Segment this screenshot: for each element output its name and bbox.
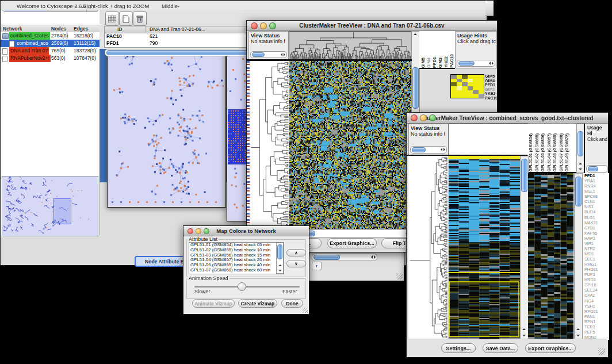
gene-label[interactable]: GPI16	[584, 282, 609, 288]
gene-label[interactable]: SEC24	[584, 288, 609, 293]
export-graphics-button[interactable]: Export Graphics...	[327, 238, 377, 248]
view-status-hscrollbar[interactable]	[410, 146, 447, 154]
speed-slider-track[interactable]	[194, 286, 300, 288]
gene-label[interactable]: NTR2	[584, 246, 609, 251]
treeview2-heatmap[interactable]	[449, 156, 520, 339]
move-down-button[interactable]: ∨	[286, 260, 306, 267]
attribute-list-vscrollbar[interactable]	[276, 243, 284, 274]
zoom-window-icon[interactable]	[429, 114, 436, 121]
settings-button[interactable]: Settings...	[441, 343, 476, 353]
scroll-left-icon[interactable]	[281, 53, 282, 56]
gene-label[interactable]: HRD3	[584, 277, 609, 282]
scroll-up-icon[interactable]	[522, 328, 526, 330]
scrollbar-thumb[interactable]	[588, 166, 598, 171]
minimize-icon[interactable]	[260, 22, 267, 29]
fragment-button[interactable]: r	[312, 262, 322, 270]
scroll-up-icon[interactable]	[414, 33, 417, 35]
close-icon[interactable]	[251, 22, 258, 29]
scroll-down-icon[interactable]	[576, 335, 580, 336]
gene-label[interactable]: SEC1	[584, 256, 609, 262]
scroll-up-icon[interactable]	[576, 328, 580, 330]
dialog-titlebar[interactable]: Map Colors to Network	[183, 226, 309, 236]
gene-label[interactable]: YSH1	[584, 304, 609, 309]
gene-label[interactable]: BUD4	[584, 209, 609, 214]
scrollbar-thumb[interactable]	[313, 255, 340, 260]
scroll-up-icon[interactable]	[278, 265, 282, 266]
usage-hints-hscrollbar[interactable]	[457, 60, 495, 67]
window-controls[interactable]	[183, 228, 209, 234]
move-up-button[interactable]: ∧	[286, 249, 306, 256]
gene-label[interactable]: PAN1	[584, 314, 609, 319]
treeview2-vscrollbar[interactable]	[520, 156, 529, 340]
scroll-down-icon[interactable]	[579, 168, 582, 170]
scrollbar-thumb[interactable]	[521, 159, 527, 192]
gene-label[interactable]: KAP95	[584, 231, 609, 236]
network-overview[interactable]	[2, 176, 98, 236]
new-attribute-button[interactable]	[119, 12, 133, 26]
gene-list[interactable]: PFD1YRA1RNR4MSL1SPC98CLN1NIS1BUD4ELG1MAK…	[583, 173, 609, 340]
minimize-icon[interactable]	[420, 114, 427, 121]
scroll-right-icon[interactable]	[284, 53, 285, 56]
close-icon[interactable]	[411, 114, 418, 121]
attribute-item[interactable]: GPL51-07 (GSM868) heat shock 60 min	[189, 268, 284, 273]
animate-vizmap-button[interactable]: Animate Vizmap	[192, 299, 235, 308]
zoom-window-icon[interactable]	[204, 228, 209, 234]
gene-label[interactable]: RPO21	[584, 309, 609, 314]
scrollbar-thumb[interactable]	[412, 147, 426, 152]
summary-heatmap[interactable]	[528, 173, 573, 339]
network-canvas[interactable]	[108, 32, 224, 206]
attribute-list[interactable]: GPL51-01 (GSM854) heat shock 05 minGPL51…	[189, 242, 284, 274]
usage-hints-hscrollbar[interactable]	[586, 165, 608, 173]
resize-grip[interactable]	[598, 348, 605, 355]
network-row[interactable]: DNA and Tran 07 769(0) 183728(0)	[1, 47, 100, 55]
scroll-arrows[interactable]	[489, 62, 494, 65]
scroll-right-icon[interactable]	[374, 255, 376, 259]
gene-label[interactable]: HAP3	[584, 236, 609, 241]
gene-label[interactable]: ELG1	[584, 215, 609, 220]
scroll-right-icon[interactable]	[492, 62, 494, 65]
window-controls[interactable]	[247, 22, 276, 29]
zoom-window-icon[interactable]	[269, 22, 276, 29]
gene-label[interactable]: PHO81	[584, 267, 609, 272]
scrollbar-thumb[interactable]	[252, 52, 265, 57]
minimize-icon[interactable]	[196, 228, 201, 234]
column-labels-vscrollbar[interactable]	[576, 124, 584, 173]
gene-label[interactable]: PUF3	[584, 272, 609, 277]
treeview1-heatmap[interactable]	[289, 61, 411, 229]
gene-label[interactable]: PEP5	[584, 329, 609, 335]
scroll-arrows[interactable]	[441, 148, 445, 151]
gene-label[interactable]: TCB3	[584, 324, 609, 329]
gene-label[interactable]: VIP1	[584, 241, 609, 246]
gene-label[interactable]: RNR4	[584, 183, 609, 189]
scroll-down-icon[interactable]	[522, 335, 526, 336]
gene-label[interactable]: GTB1	[584, 225, 609, 231]
scrollbar-thumb[interactable]	[575, 177, 582, 206]
fragment-hscrollbar[interactable]	[312, 254, 377, 261]
close-icon[interactable]	[188, 228, 193, 234]
gene-label[interactable]: HMG1	[584, 262, 609, 267]
attribute-select-button[interactable]	[105, 12, 119, 26]
export-graphics-button[interactable]: Export Graphics...	[525, 343, 576, 353]
gene-label[interactable]: NIS1	[584, 204, 609, 209]
resize-grip[interactable]	[303, 308, 308, 313]
gene-list-vscrollbar[interactable]	[574, 173, 583, 340]
scrollbar-thumb[interactable]	[277, 244, 282, 259]
scrollbar-thumb[interactable]	[577, 131, 583, 156]
gene-label[interactable]: MSL1	[584, 189, 609, 194]
create-vizmap-button[interactable]: Create Vizmap	[238, 299, 277, 308]
zoom-heatmap[interactable]	[450, 74, 484, 98]
view-status-hscrollbar[interactable]	[250, 51, 287, 58]
scroll-arrows[interactable]	[281, 53, 285, 56]
delete-attribute-button[interactable]	[133, 12, 147, 26]
scroll-down-icon[interactable]	[278, 270, 282, 271]
gene-label[interactable]: MAK31	[584, 220, 609, 225]
treeview1-titlebar[interactable]: ClusterMaker TreeView : DNA and Tran 07-…	[247, 21, 497, 31]
scroll-right-icon[interactable]	[443, 148, 445, 151]
gene-label[interactable]: PFD1	[584, 173, 609, 178]
scrollbar-thumb[interactable]	[458, 61, 475, 66]
gene-label[interactable]: CPA2	[584, 293, 609, 298]
save-data-button[interactable]: Save Data...	[483, 343, 518, 353]
gene-label[interactable]: YRA1	[584, 178, 609, 183]
gene-label[interactable]: MSI1	[584, 251, 609, 256]
resize-grip[interactable]	[396, 273, 403, 279]
